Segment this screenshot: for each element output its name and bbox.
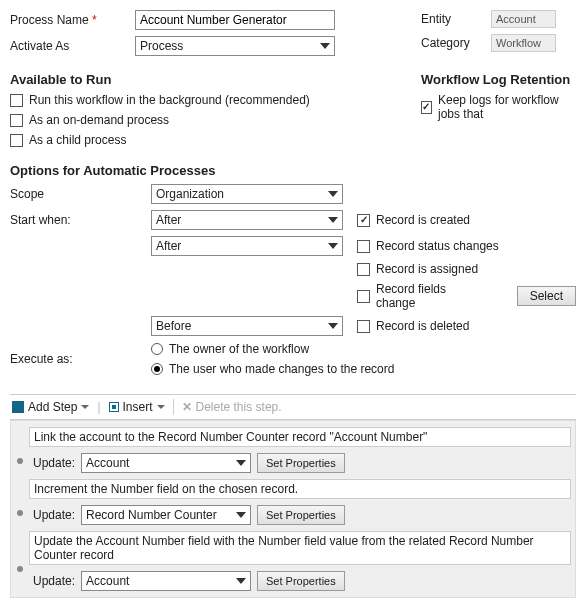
opt-child-process[interactable]: As a child process (10, 133, 421, 147)
step-description-input[interactable]: Increment the Number field on the chosen… (29, 479, 571, 499)
activate-as-label: Activate As (10, 39, 135, 53)
execute-as-label: Execute as: (10, 352, 145, 366)
category-label: Category (421, 36, 481, 50)
step-action-label: Update: (33, 456, 75, 470)
opt-record-assigned[interactable]: Record is assigned (357, 262, 576, 276)
step-target-select[interactable]: Account (81, 453, 251, 473)
opt-record-deleted[interactable]: Record is deleted (357, 319, 576, 333)
set-properties-button[interactable]: Set Properties (257, 453, 345, 473)
add-step-button[interactable]: Add Step (12, 400, 89, 414)
opt-status-changes[interactable]: Record status changes (357, 239, 576, 253)
auto-opts-heading: Options for Automatic Processes (10, 163, 576, 178)
step-bullet-icon (17, 510, 23, 516)
chevron-down-icon (236, 460, 246, 466)
entity-field: Account (491, 10, 556, 28)
chevron-down-icon (328, 323, 338, 329)
chevron-down-icon (157, 405, 165, 409)
checkbox-icon (10, 114, 23, 127)
chevron-down-icon (236, 578, 246, 584)
chevron-down-icon (81, 405, 89, 409)
opt-keep-logs[interactable]: Keep logs for workflow jobs that (421, 93, 576, 121)
step-target-select[interactable]: Account (81, 571, 251, 591)
log-retention-heading: Workflow Log Retention (421, 72, 576, 87)
checkbox-icon (357, 240, 370, 253)
steps-panel: Link the account to the Record Number Co… (10, 420, 576, 598)
chevron-down-icon (328, 191, 338, 197)
chevron-down-icon (328, 243, 338, 249)
checkbox-icon (357, 263, 370, 276)
select-button[interactable]: Select (517, 286, 576, 306)
step-action-label: Update: (33, 574, 75, 588)
chevron-down-icon (320, 43, 330, 49)
opt-fields-change-row: Record fields change Select (357, 282, 576, 310)
process-name-label: Process Name * (10, 13, 135, 27)
opt-background[interactable]: Run this workflow in the background (rec… (10, 93, 421, 107)
start-when-label: Start when: (10, 213, 145, 227)
checkbox-checked-icon (357, 214, 370, 227)
insert-icon (109, 402, 119, 412)
step-bullet-icon (17, 458, 23, 464)
step-toolbar: Add Step | Insert ✕ Delete this step. (10, 394, 576, 420)
entity-label: Entity (421, 12, 481, 26)
opt-fields-change[interactable]: Record fields change (357, 282, 489, 310)
step-bullet-icon (17, 566, 23, 572)
scope-select[interactable]: Organization (151, 184, 343, 204)
step-description-input[interactable]: Update the Account Number field with the… (29, 531, 571, 565)
scope-label: Scope (10, 187, 145, 201)
exec-owner-radio[interactable]: The owner of the workflow (151, 342, 576, 356)
step-target-select[interactable]: Record Number Counter (81, 505, 251, 525)
start-when-after1-select[interactable]: After (151, 210, 343, 230)
radio-icon (151, 343, 163, 355)
start-when-after2-select[interactable]: After (151, 236, 343, 256)
activate-as-select[interactable]: Process (135, 36, 335, 56)
checkbox-icon (10, 134, 23, 147)
step-action-label: Update: (33, 508, 75, 522)
opt-record-created[interactable]: Record is created (357, 213, 576, 227)
chevron-down-icon (236, 512, 246, 518)
add-step-icon (12, 401, 24, 413)
set-properties-button[interactable]: Set Properties (257, 505, 345, 525)
process-name-input[interactable] (135, 10, 335, 30)
chevron-down-icon (328, 217, 338, 223)
delete-step-button[interactable]: ✕ Delete this step. (182, 400, 282, 414)
insert-button[interactable]: Insert (109, 400, 165, 414)
opt-on-demand[interactable]: As an on-demand process (10, 113, 421, 127)
radio-checked-icon (151, 363, 163, 375)
checkbox-icon (10, 94, 23, 107)
available-heading: Available to Run (10, 72, 421, 87)
category-field: Workflow (491, 34, 556, 52)
checkbox-icon (357, 290, 370, 303)
exec-user-radio[interactable]: The user who made changes to the record (151, 362, 576, 376)
start-when-before-select[interactable]: Before (151, 316, 343, 336)
step-description-input[interactable]: Link the account to the Record Number Co… (29, 427, 571, 447)
checkbox-checked-icon (421, 101, 432, 114)
checkbox-icon (357, 320, 370, 333)
set-properties-button[interactable]: Set Properties (257, 571, 345, 591)
delete-icon: ✕ (182, 400, 192, 414)
